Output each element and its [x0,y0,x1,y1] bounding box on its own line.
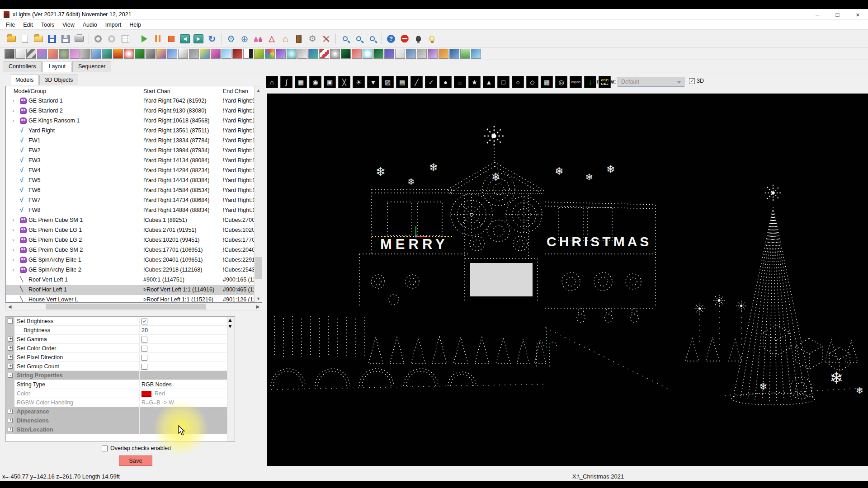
channel-block-model-icon[interactable]: ▦ [295,76,307,88]
render-icon[interactable] [105,32,118,46]
model-row[interactable]: FW5 !Yard Right:14434 (88384) !Yard Righ… [6,176,255,186]
effect-garlands[interactable] [135,49,145,59]
door-icon[interactable] [292,32,306,46]
property-row[interactable]: String Type RGB Nodes [6,380,227,389]
image-model-icon[interactable]: ▨ [382,76,394,88]
effect-on[interactable] [15,49,25,59]
scroll-down-icon[interactable]: ▼ [227,323,233,329]
effect-servo[interactable] [297,49,307,59]
zoom-in-icon[interactable] [338,32,352,46]
paste-by-cell-icon[interactable] [118,32,132,46]
expander-box-icon[interactable]: + [8,418,13,423]
custom-model-icon[interactable]: ╳ [338,76,350,88]
model-row[interactable]: Roof Vert Left 1 #900:1 (114751) #900:16… [6,275,255,285]
scroll-up-icon[interactable]: ▲ [255,86,262,94]
sphere-grid-icon[interactable]: ⊕ [238,32,251,46]
maximize-button[interactable]: □ [827,9,848,20]
model-row[interactable]: › GE Kings Ransom 1 !Yard Right:10618 (8… [6,116,255,126]
property-row[interactable]: - Set Brightness [6,317,227,326]
scrollbar-thumb[interactable] [255,257,262,279]
effect-bars[interactable] [26,49,36,59]
expander-box-icon[interactable]: + [8,409,13,414]
effect-glediator[interactable] [146,49,156,59]
menu-edit[interactable]: Edit [19,21,37,29]
model-row[interactable]: › GE Preim Cube SM 2 !Cubes:17701 (10695… [6,245,255,255]
menu-view[interactable]: View [58,21,79,29]
property-checkbox[interactable] [142,346,147,352]
light-tower-icon[interactable]: △ [265,32,278,46]
expander-chevron-icon[interactable]: › [12,217,14,223]
poly-line-model-icon[interactable]: ✓ [425,76,437,88]
expander-chevron-icon[interactable]: › [12,117,14,124]
effect-circles[interactable] [59,49,69,59]
property-row[interactable]: + Set Gamma [6,335,227,344]
property-checkbox[interactable] [142,355,147,361]
property-row[interactable]: + Size/Location [6,425,227,434]
scroll-right-icon[interactable]: ▶ [254,303,262,310]
expander-box-icon[interactable]: + [8,427,13,432]
play-icon[interactable] [137,32,151,46]
menu-audio[interactable]: Audio [79,21,101,29]
expander-chevron-icon[interactable]: › [12,257,14,263]
render-all-icon[interactable] [91,32,105,46]
effect-shockwave[interactable] [330,49,340,59]
effect-shader[interactable] [308,49,318,59]
christmas-text-lights[interactable]: CHRISTMAS [547,234,651,249]
single-line-model-icon[interactable]: ╱ [410,76,423,88]
effect-dmx[interactable] [91,49,101,59]
save-icon[interactable] [45,32,59,46]
effect-kaleidoscope[interactable] [156,49,166,59]
sphere-model-icon[interactable]: ● [439,76,452,88]
model-row[interactable]: › GE Starlord 1 !Yard Right:7642 (81592)… [6,96,255,106]
model-row[interactable]: Roof Hor Left 1 >Roof Vert Left 1:1 (114… [6,285,255,295]
tab-layout[interactable]: Layout [42,61,71,72]
minimize-button[interactable]: – [807,9,827,20]
effect-spirograph[interactable] [395,49,405,59]
property-row[interactable]: + Appearance [6,407,227,416]
menu-file[interactable]: File [2,21,19,29]
open-folder-icon[interactable] [5,32,18,46]
property-row[interactable]: Color Red [6,389,227,398]
model-row[interactable]: › GE Priem Cube SM 1 !Cubes:1 (89251) !C… [6,216,255,225]
effect-ripple[interactable] [287,49,297,59]
zoom-reset-icon[interactable] [365,32,379,46]
effect-pictures[interactable] [254,49,264,59]
tree-model-icon[interactable]: ▲ [483,76,495,88]
expander-chevron-icon[interactable]: › [12,227,14,233]
model-row[interactable]: Yard Right !Yard Right:13561 (87511) !Ya… [6,126,255,136]
fence-string-lights[interactable] [274,316,365,357]
model-group-icon[interactable]: ◇ [526,76,538,88]
effect-snowstorm[interactable] [373,49,383,59]
close-button[interactable]: × [848,9,868,20]
color-swatch[interactable] [142,391,151,397]
property-value[interactable]: 20 [142,327,148,333]
scroll-down-icon[interactable]: ▼ [255,295,262,302]
menu-help[interactable]: Help [125,21,145,29]
zoom-out-icon[interactable] [352,32,365,46]
expander-box-icon[interactable]: - [8,319,13,324]
group-people-icon[interactable] [251,32,265,46]
snowflake-lights-left[interactable]: ❄ ❄ ❄ [376,161,438,187]
expander-box-icon[interactable]: + [8,337,13,342]
expander-chevron-icon[interactable]: › [12,247,14,253]
property-row[interactable]: + Set Pixel Direction [6,353,227,362]
effect-strobe[interactable] [417,49,427,59]
model-row[interactable]: › GE Starlord 2 !Yard Right:9130 (83080)… [6,106,255,116]
property-value[interactable]: Red [155,390,165,397]
effect-piano[interactable] [243,49,253,59]
flood-model-icon[interactable]: ▼ [367,76,379,88]
model-table-vertical-scrollbar[interactable]: ▲ ▼ [254,86,262,302]
merry-text-lights[interactable]: MERRY [380,236,448,252]
layout-3d-preview[interactable]: ❄ ❄ [267,94,868,466]
property-grid-scrollbar[interactable]: ▲ ▼ [227,317,235,441]
tab-sequencer[interactable]: Sequencer [72,61,111,72]
effect-snowflakes[interactable] [363,49,373,59]
effect-music[interactable] [232,49,242,59]
circle-model-icon[interactable]: ◉ [309,76,321,88]
lights-on-icon[interactable] [425,32,439,46]
effect-spirals[interactable] [384,49,394,59]
mega-tree-lights[interactable] [731,185,815,405]
model-row[interactable]: › GE SpinArchy Elite 1 !Cubes:20401 (109… [6,255,255,265]
yard-wreath-lights[interactable] [790,377,812,399]
property-row[interactable]: RGBW Color Handling R=G=B -> W [6,398,227,407]
